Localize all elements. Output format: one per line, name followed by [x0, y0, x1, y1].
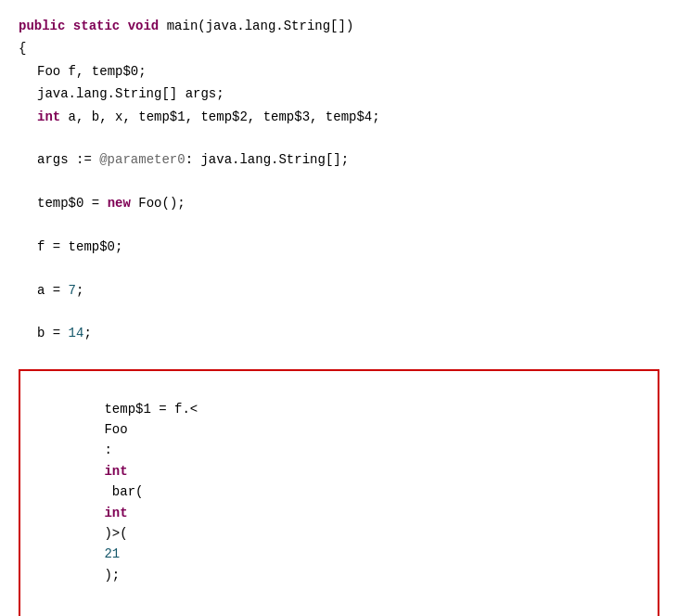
text-bar: bar(	[104, 484, 143, 499]
class-java-lang: java.lang.String	[206, 16, 330, 36]
code-line-2: {	[19, 37, 659, 59]
text: ();	[161, 193, 185, 213]
keyword-static: static	[73, 16, 120, 36]
var-args: args	[37, 149, 69, 170]
code-line-4: java.lang.String [] args;	[19, 83, 659, 105]
code-line-7: args := @parameter0 : java.lang.String […	[19, 148, 659, 171]
text: =	[83, 193, 107, 213]
text-temp1: temp$1 = f.<	[104, 402, 198, 417]
text-f-assign: f = temp$0;	[37, 237, 122, 257]
text-b: b =	[37, 323, 69, 343]
highlighted-block: temp$1 = f.< Foo : int bar( int )>( 21 )…	[19, 369, 659, 616]
class-foo2: Foo	[138, 193, 161, 213]
code-line-9: temp$0 = new Foo ();	[19, 192, 659, 214]
type-int: int	[37, 107, 60, 127]
text-colon: :	[104, 443, 120, 457]
keyword-void: void	[128, 16, 160, 36]
text-bar2: )>(	[104, 526, 127, 541]
text: f, temp$0;	[60, 61, 146, 82]
blank-line-4	[19, 258, 659, 278]
type-int2: int	[104, 464, 127, 479]
number-7: 7	[69, 280, 76, 301]
bracket: [])	[330, 16, 353, 36]
text	[131, 193, 138, 213]
class-foo: Foo	[37, 61, 60, 82]
space	[159, 16, 166, 36]
code-container: public static void main ( java.lang.Stri…	[19, 15, 659, 616]
class-string2: java.lang.String	[200, 149, 325, 170]
brace-open: {	[19, 38, 26, 58]
text-semi: ;	[76, 280, 83, 301]
code-line-1: public static void main ( java.lang.Stri…	[19, 15, 659, 37]
number-21: 21	[104, 546, 120, 561]
keyword-new: new	[108, 193, 131, 213]
code-line-3: Foo f, temp$0;	[19, 60, 659, 83]
blank-line-2	[19, 172, 659, 192]
space	[65, 16, 72, 36]
space	[120, 16, 127, 36]
text: :	[185, 149, 201, 170]
text: a, b, x, temp$1, temp$2, temp$3, temp$4;	[60, 107, 379, 127]
code-line-5: int a, b, x, temp$1, temp$2, temp$3, tem…	[19, 106, 659, 128]
blank-line-6	[19, 345, 659, 366]
var-temp0: temp$0	[37, 193, 83, 213]
blank-line-5	[19, 302, 659, 322]
blank-line-1	[19, 128, 659, 148]
number-14: 14	[69, 323, 84, 343]
method-main: main	[167, 16, 198, 36]
annotation-param: @parameter0	[99, 149, 185, 170]
text-semi3: );	[104, 568, 120, 583]
type-int3: int	[104, 506, 127, 520]
class-string: java.lang.String	[37, 83, 161, 104]
highlighted-line-1: temp$1 = f.< Foo : int bar( int )>( 21 )…	[20, 375, 658, 609]
blank-line-h1	[20, 610, 658, 616]
keyword-public: public	[19, 16, 65, 36]
code-line-15: b = 14 ;	[19, 322, 659, 344]
paren: (	[198, 16, 205, 36]
class-foo3: Foo	[104, 422, 127, 437]
text: :=	[69, 149, 100, 170]
code-line-13: a = 7 ;	[19, 279, 659, 302]
text-a: a =	[37, 280, 69, 301]
text: [];	[326, 149, 349, 170]
blank-line-3	[19, 215, 659, 236]
code-line-11: f = temp$0;	[19, 236, 659, 258]
text-semi2: ;	[83, 323, 91, 343]
text: [] args;	[161, 83, 224, 104]
